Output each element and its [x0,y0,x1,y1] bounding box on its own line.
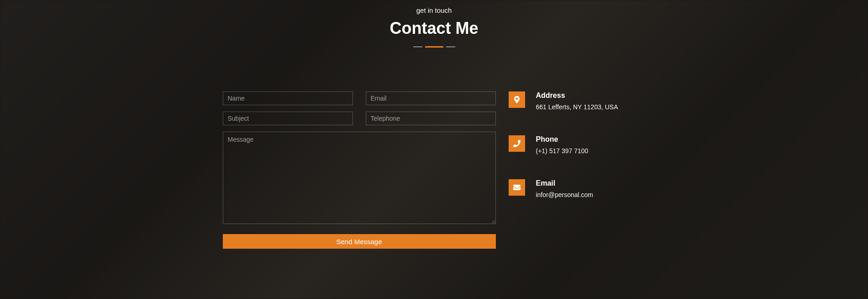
phone-value: (+1) 517 397 7100 [536,147,589,155]
email-input[interactable] [366,91,496,105]
name-input[interactable] [223,91,353,105]
phone-icon [509,135,525,152]
email-item: Email infor@personal.com [509,179,646,198]
telephone-input[interactable] [366,112,496,125]
phone-label: Phone [536,135,589,144]
send-message-button[interactable]: Send Message [223,234,496,249]
address-value: 661 Lefferts, NY 11203, USA [536,103,618,111]
section-header: get in touch Contact Me [0,6,868,48]
map-pin-icon [509,91,525,108]
email-value: infor@personal.com [536,191,594,198]
email-label: Email [536,179,594,187]
envelope-icon [509,179,525,196]
contact-info: Address 661 Lefferts, NY 11203, USA Phon… [509,91,646,249]
section-subtitle: get in touch [0,6,868,14]
phone-item: Phone (+1) 517 397 7100 [509,135,646,155]
address-label: Address [536,91,618,100]
contact-form: Send Message [223,91,496,249]
address-item: Address 661 Lefferts, NY 11203, USA [509,91,646,111]
title-divider [0,46,868,48]
message-textarea[interactable] [223,132,496,224]
subject-input[interactable] [223,112,353,125]
section-title: Contact Me [0,19,868,38]
